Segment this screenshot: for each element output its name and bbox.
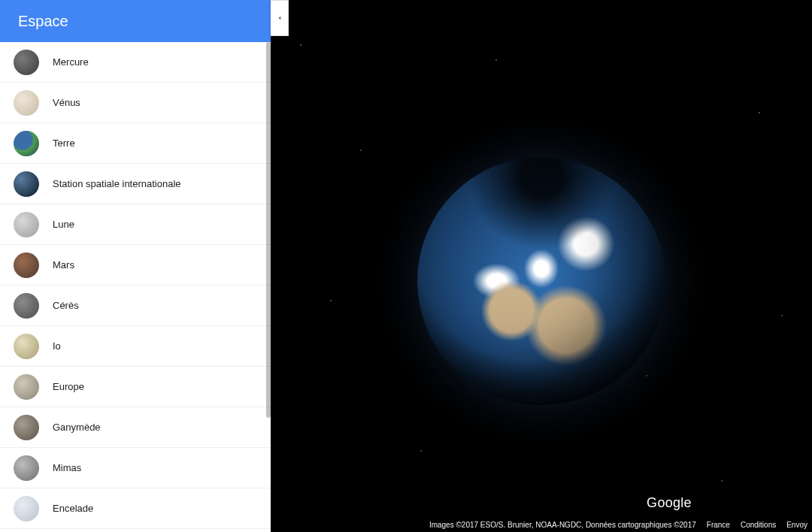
- collapse-sidebar-button[interactable]: [271, 0, 289, 36]
- planet-label: Europe: [53, 381, 84, 392]
- map-viewport[interactable]: Google Images ©2017 ESO/S. Brunier, NOAA…: [271, 0, 812, 532]
- planet-item[interactable]: Mars: [0, 245, 271, 286]
- planet-label: Ganymède: [53, 422, 101, 433]
- attribution-bar: Images ©2017 ESO/S. Brunier, NOAA-NGDC, …: [429, 521, 812, 529]
- planet-item[interactable]: Encelade: [0, 488, 271, 529]
- planet-label: Terre: [53, 138, 75, 149]
- chevron-left-icon: [276, 11, 283, 25]
- imagery-credit: Images ©2017 ESO/S. Brunier, NOAA-NGDC, …: [429, 521, 696, 529]
- footer-link-terms[interactable]: Conditions: [741, 521, 776, 529]
- earth-globe[interactable]: [417, 157, 665, 405]
- planet-label: Mars: [53, 259, 74, 271]
- planet-thumb-icon: [14, 374, 39, 400]
- planet-thumb-icon: [14, 415, 39, 440]
- planet-label: Station spatiale internationale: [53, 178, 181, 189]
- planet-item[interactable]: Lune: [0, 204, 271, 245]
- sidebar-title: Espace: [18, 13, 68, 30]
- planet-item[interactable]: Europe: [0, 367, 271, 407]
- planet-thumb-icon: [14, 455, 39, 481]
- planet-thumb-icon: [14, 496, 39, 521]
- planet-thumb-icon: [14, 334, 39, 359]
- planet-item[interactable]: Mercure: [0, 42, 271, 83]
- planet-item[interactable]: Cérès: [0, 286, 271, 326]
- planet-list[interactable]: MercureVénusTerreStation spatiale intern…: [0, 42, 271, 532]
- planet-label: Io: [53, 340, 61, 352]
- planet-item[interactable]: Terre: [0, 123, 271, 164]
- planet-thumb-icon: [14, 131, 39, 156]
- sidebar-header: Espace: [0, 0, 271, 42]
- planet-label: Vénus: [53, 97, 80, 108]
- planet-thumb-icon: [14, 90, 39, 116]
- footer-link-country[interactable]: France: [707, 521, 730, 529]
- scrollbar[interactable]: [266, 42, 271, 418]
- planet-item[interactable]: Io: [0, 326, 271, 367]
- planet-thumb-icon: [14, 212, 39, 237]
- planet-item[interactable]: Vénus: [0, 83, 271, 123]
- planet-thumb-icon: [14, 171, 39, 197]
- sidebar: Espace MercureVénusTerreStation spatiale…: [0, 0, 271, 532]
- planet-thumb-icon: [14, 252, 39, 278]
- planet-item[interactable]: Station spatiale internationale: [0, 164, 271, 204]
- google-logo: Google: [647, 495, 692, 511]
- planet-label: Cérès: [53, 300, 79, 311]
- planet-label: Encelade: [53, 503, 93, 514]
- planet-thumb-icon: [14, 50, 39, 75]
- planet-item[interactable]: Mimas: [0, 448, 271, 488]
- footer-link-feedback[interactable]: Envoy: [786, 521, 807, 529]
- planet-label: Lune: [53, 219, 74, 230]
- planet-thumb-icon: [14, 293, 39, 319]
- planet-item[interactable]: Ganymède: [0, 407, 271, 448]
- planet-label: Mimas: [53, 462, 81, 473]
- planet-label: Mercure: [53, 56, 89, 68]
